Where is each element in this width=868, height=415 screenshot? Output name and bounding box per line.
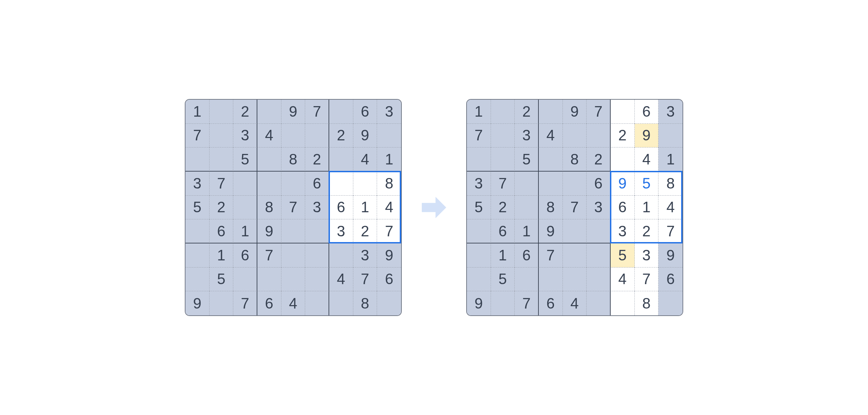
cell-r4-c6: 6 xyxy=(329,196,353,220)
cell-r7-c7: 7 xyxy=(353,268,377,292)
cell-r8-c1 xyxy=(210,291,234,315)
cell-r8-c3: 6 xyxy=(257,291,281,315)
cell-r4-c4: 7 xyxy=(281,196,305,220)
cell-r2-c2: 5 xyxy=(515,147,539,172)
cell-r4-c4: 7 xyxy=(563,196,587,220)
cell-r1-c2: 3 xyxy=(233,124,257,148)
cell-r2-c6 xyxy=(329,147,353,172)
cell-r0-c3 xyxy=(257,100,281,124)
cell-r1-c1 xyxy=(210,124,234,148)
cell-r7-c5 xyxy=(305,268,329,292)
sudoku-board-right: 1297637342958241376958528736146193271675… xyxy=(466,99,683,316)
cell-r3-c8: 8 xyxy=(658,172,683,196)
cell-r8-c8 xyxy=(658,291,683,315)
cell-r1-c4 xyxy=(281,124,305,148)
cell-r4-c2 xyxy=(233,196,257,220)
cell-r1-c3: 4 xyxy=(539,124,563,148)
cell-r0-c1 xyxy=(491,100,515,124)
cell-r5-c4 xyxy=(563,219,587,243)
cell-r6-c0 xyxy=(467,243,491,268)
cell-r4-c3: 8 xyxy=(257,196,281,220)
cell-r5-c3: 9 xyxy=(539,219,563,243)
cell-r4-c1: 2 xyxy=(491,196,515,220)
sudoku-diagram-container: 1297637342958241376852873614619327167395… xyxy=(185,99,683,316)
cell-r2-c2: 5 xyxy=(233,147,257,172)
cell-r1-c1 xyxy=(491,124,515,148)
cell-r6-c1: 1 xyxy=(491,243,515,268)
cell-r0-c6 xyxy=(329,100,353,124)
cell-r2-c0 xyxy=(467,147,491,172)
cell-r3-c0: 3 xyxy=(185,172,210,196)
cell-r6-c7: 3 xyxy=(635,243,659,268)
cell-r8-c3: 6 xyxy=(539,291,563,315)
cell-r1-c2: 3 xyxy=(515,124,539,148)
cell-r0-c2: 2 xyxy=(233,100,257,124)
cell-r8-c4: 4 xyxy=(281,291,305,315)
cell-r2-c6 xyxy=(611,147,635,172)
cell-r1-c3: 4 xyxy=(257,124,281,148)
cell-r6-c5 xyxy=(305,243,329,268)
cell-r7-c4 xyxy=(281,268,305,292)
cell-r8-c2: 7 xyxy=(233,291,257,315)
cell-r3-c4 xyxy=(281,172,305,196)
cell-r2-c8: 1 xyxy=(377,147,401,172)
cell-r5-c5 xyxy=(587,219,611,243)
cell-r7-c2 xyxy=(515,268,539,292)
cell-r6-c8: 9 xyxy=(377,243,401,268)
cell-r2-c8: 1 xyxy=(658,147,683,172)
cell-r5-c7: 2 xyxy=(635,219,659,243)
cell-r6-c6 xyxy=(329,243,353,268)
cell-r4-c8: 4 xyxy=(658,196,683,220)
cell-r6-c0 xyxy=(185,243,210,268)
cell-r7-c1: 5 xyxy=(491,268,515,292)
cell-r8-c6 xyxy=(329,291,353,315)
cell-r6-c3: 7 xyxy=(539,243,563,268)
cell-r7-c0 xyxy=(185,268,210,292)
cell-r6-c6: 5 xyxy=(611,243,635,268)
cell-r4-c3: 8 xyxy=(539,196,563,220)
cell-r7-c8: 6 xyxy=(377,268,401,292)
cell-r7-c1: 5 xyxy=(210,268,234,292)
cell-r8-c4: 4 xyxy=(563,291,587,315)
cell-r3-c2 xyxy=(233,172,257,196)
cell-r4-c0: 5 xyxy=(185,196,210,220)
cell-r5-c8: 7 xyxy=(658,219,683,243)
cell-r5-c4 xyxy=(281,219,305,243)
cell-r4-c5: 3 xyxy=(587,196,611,220)
cell-r7-c3 xyxy=(257,268,281,292)
cell-r1-c0: 7 xyxy=(467,124,491,148)
cell-r0-c8: 3 xyxy=(658,100,683,124)
cell-r1-c8 xyxy=(658,124,683,148)
cell-r0-c2: 2 xyxy=(515,100,539,124)
cell-r0-c4: 9 xyxy=(563,100,587,124)
cell-r0-c8: 3 xyxy=(377,100,401,124)
cell-r5-c6: 3 xyxy=(329,219,353,243)
cell-r8-c7: 8 xyxy=(635,291,659,315)
cell-r3-c5: 6 xyxy=(305,172,329,196)
cell-r0-c0: 1 xyxy=(467,100,491,124)
cell-r5-c2: 1 xyxy=(515,219,539,243)
cell-r5-c5 xyxy=(305,219,329,243)
arrow-icon xyxy=(419,192,449,223)
cell-r7-c6: 4 xyxy=(329,268,353,292)
cell-r7-c0 xyxy=(467,268,491,292)
cell-r8-c0: 9 xyxy=(185,291,210,315)
cell-r5-c1: 6 xyxy=(210,219,234,243)
cell-r1-c5 xyxy=(305,124,329,148)
cell-r7-c8: 6 xyxy=(658,268,683,292)
cell-r3-c1: 7 xyxy=(210,172,234,196)
cell-r5-c7: 2 xyxy=(353,219,377,243)
cell-r3-c4 xyxy=(563,172,587,196)
cell-r0-c0: 1 xyxy=(185,100,210,124)
cell-r2-c1 xyxy=(491,147,515,172)
cell-r0-c7: 6 xyxy=(635,100,659,124)
cell-r3-c7: 5 xyxy=(635,172,659,196)
cell-r6-c5 xyxy=(587,243,611,268)
cell-r3-c0: 3 xyxy=(467,172,491,196)
cell-r1-c8 xyxy=(377,124,401,148)
cell-r8-c0: 9 xyxy=(467,291,491,315)
cell-r0-c5: 7 xyxy=(587,100,611,124)
cell-r0-c4: 9 xyxy=(281,100,305,124)
cell-r8-c7: 8 xyxy=(353,291,377,315)
cell-r2-c7: 4 xyxy=(635,147,659,172)
